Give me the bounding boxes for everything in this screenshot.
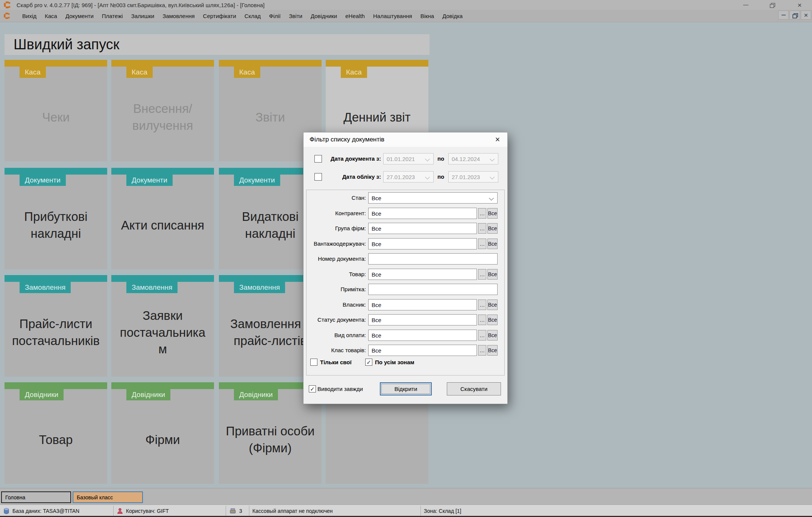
status-counter: 3 [226,506,249,516]
minimize-icon [782,15,786,15]
firm-group-label: Група фірм: [305,223,366,234]
window-restore-button[interactable] [761,0,783,10]
dialog-close-button[interactable]: × [488,132,507,147]
date-document-from-combo[interactable]: 01.01.2021 [383,153,434,164]
tile-category-strip [219,60,322,67]
tile-prybutkovi-nakladni[interactable]: Документи Прибуткові накладні [5,168,107,269]
menu-item-dovidka[interactable]: Довідка [438,13,467,19]
menu-item-vyhid[interactable]: Вихід [18,13,41,19]
date-accounting-to-combo[interactable]: 27.01.2023 [448,171,498,182]
always-show-checkbox[interactable]: ✓ [309,385,316,392]
date-document-from-value: 01.01.2021 [387,156,415,162]
goods-class-input[interactable]: Все [368,345,477,356]
menu-item-nalashtuvannia[interactable]: Налаштування [369,13,416,19]
workspace-tab-holovna[interactable]: Головна [1,491,71,503]
mdi-restore-button[interactable] [789,11,800,20]
document-status-input[interactable]: Все [368,314,477,325]
document-status-label: Статус документа: [305,314,366,325]
consignee-input[interactable]: Все [368,238,477,249]
goods-class-value: Все [372,347,381,354]
restore-icon [792,13,797,17]
menu-item-ehealth[interactable]: eHealth [341,13,369,19]
state-combo[interactable]: Все [368,192,498,204]
goods-input[interactable]: Все [368,269,477,280]
menu-item-platezhi[interactable]: Платежі [98,13,127,19]
owner-value: Все [372,302,381,308]
consignee-all-button[interactable]: Все [487,239,498,249]
tile-firmy[interactable]: Довідники Фірми [111,382,214,484]
counterparty-input[interactable]: Все [368,208,477,219]
tile-vnesennia-vyluchennia[interactable]: Каса Внесення/вилучення [111,60,214,161]
mdi-close-button[interactable]: × [801,11,811,20]
cash-register-icon [229,507,237,515]
tile-category-tab: Довідники [20,389,64,400]
state-value: Все [372,195,381,201]
ellipsis-icon: … [480,347,485,353]
chevron-down-icon [425,175,430,179]
document-status-browse-button[interactable]: … [478,315,486,325]
menu-item-dovidnyky[interactable]: Довідники [307,13,341,19]
owner-all-button[interactable]: Все [487,300,498,310]
date-accounting-from-combo[interactable]: 27.01.2023 [383,171,434,182]
window-close-button[interactable]: × [788,0,812,10]
date-document-to-combo[interactable]: 04.12.2024 [448,153,498,164]
chevron-down-icon [490,157,495,161]
payment-type-input[interactable]: Все [368,330,477,341]
tile-zaiavky-postachalnykam[interactable]: Замовлення Заявки постачальникам [111,275,214,377]
all-zones-checkbox[interactable]: ✓ [365,359,372,366]
firm-group-all-button[interactable]: Все [487,223,498,234]
menu-item-sertyfikaty[interactable]: Сертифікати [199,13,240,19]
goods-class-all-button[interactable]: Все [487,345,498,356]
menu-item-vikna[interactable]: Вікна [416,13,439,19]
note-input[interactable] [368,284,498,295]
window-minimize-button[interactable] [735,0,757,10]
counterparty-all-button[interactable]: Все [487,208,498,219]
payment-type-browse-button[interactable]: … [478,330,486,341]
menu-bar: Вихід Каса Документи Платежі Залишки Зам… [0,10,812,22]
payment-type-all-button[interactable]: Все [487,330,498,341]
menu-item-zvity[interactable]: Звіти [285,13,307,19]
owner-input[interactable]: Все [368,299,477,310]
menu-item-zamovlennia[interactable]: Замовлення [158,13,199,19]
date-accounting-to-value: 27.01.2023 [452,174,480,180]
goods-class-browse-button[interactable]: … [478,345,486,356]
tile-prais-lysty-postachalnykiv[interactable]: Замовлення Прайс-листи постачальників [5,275,107,377]
tile-tovar[interactable]: Довідники Товар [5,382,107,484]
goods-value: Все [372,271,381,278]
cancel-button[interactable]: Скасувати [447,382,501,395]
document-number-input[interactable] [368,253,498,265]
status-zone: Зона: Склад [1] [421,506,812,516]
date-accounting-to-label: по [436,171,446,182]
document-status-all-button[interactable]: Все [487,315,498,325]
menu-item-filii[interactable]: Філії [265,13,285,19]
chevron-down-icon [490,175,495,179]
owner-browse-button[interactable]: … [478,300,486,310]
status-database-text: База даних: TASA3@TITAN [12,508,79,514]
only-own-label: Тільки свої [320,357,352,368]
tile-cheky[interactable]: Каса Чеки [5,60,107,161]
goods-browse-button[interactable]: … [478,269,486,280]
menu-item-dokumenty[interactable]: Документи [61,13,98,19]
menu-item-zalyshky[interactable]: Залишки [127,13,159,19]
goods-all-button[interactable]: Все [487,269,498,280]
counterparty-browse-button[interactable]: … [478,208,486,219]
tile-label: Товар [9,400,103,479]
open-button[interactable]: Відкрити [380,382,432,395]
firm-group-input[interactable]: Все [368,223,477,234]
consignee-browse-button[interactable]: … [478,239,486,249]
workspace-tab-bazovyi-klass[interactable]: Базовый класс [73,491,143,503]
tile-akty-spysannia[interactable]: Документи Акти списання [111,168,214,269]
workspace-tab-strip: Головна Базовый класс [0,488,812,505]
tile-category-tab: Документи [20,175,66,186]
menu-item-kasa[interactable]: Каса [41,13,61,19]
goods-label: Товар: [305,269,366,280]
tile-category-strip [111,168,214,175]
menu-item-sklad[interactable]: Склад [240,13,265,19]
payment-type-value: Все [372,332,381,339]
all-button-label: Все [488,332,497,338]
dialog-title: Фільтр списку документів [304,132,507,147]
firm-group-browse-button[interactable]: … [478,223,486,234]
mdi-minimize-button[interactable] [778,11,789,20]
document-status-value: Все [372,317,381,323]
only-own-checkbox[interactable] [310,359,317,366]
